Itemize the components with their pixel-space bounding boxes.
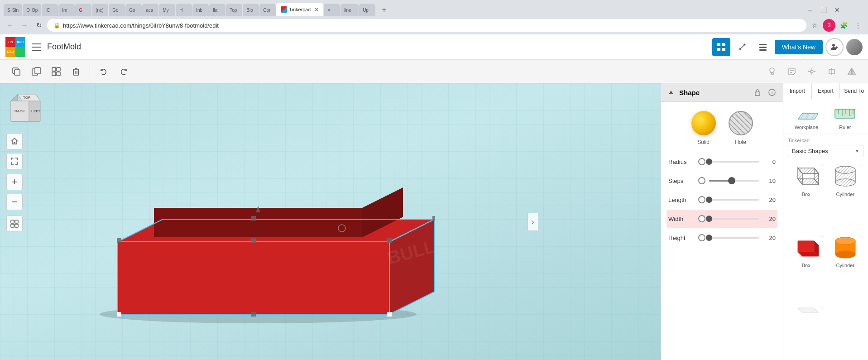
shape-item-cylinder-gray[interactable]: ☆ Cylinder [827, 163, 864, 231]
new-tab-button[interactable]: + [378, 4, 390, 16]
tab-close-tinkercad[interactable]: ✕ [314, 6, 319, 13]
duplicate-button[interactable] [27, 62, 45, 81]
reload-button[interactable]: ↻ [33, 19, 45, 32]
tab-my[interactable]: My [159, 4, 175, 16]
tab-lla[interactable]: lla [209, 4, 225, 16]
tab-im[interactable]: Im [58, 4, 75, 16]
width-circle-handle[interactable] [698, 215, 705, 222]
width-value: 20 [763, 216, 776, 222]
radius-slider-track[interactable] [709, 161, 759, 163]
group-button[interactable] [47, 62, 65, 81]
tab-op[interactable]: OOp [23, 4, 41, 16]
light-bulb-button[interactable] [763, 62, 781, 81]
delete-button[interactable] [67, 62, 85, 81]
tab-top[interactable]: Top [226, 4, 242, 16]
tab-sin[interactable]: SSin [4, 4, 22, 16]
shape-info-button[interactable]: i [767, 87, 777, 98]
menu-icon[interactable] [29, 40, 43, 54]
tab-h[interactable]: H [176, 4, 192, 16]
home-view-button[interactable] [6, 133, 23, 149]
tab-nc[interactable]: (nc) [92, 4, 108, 16]
length-label: Length [668, 197, 695, 203]
send-to-button[interactable]: Send To [840, 83, 868, 99]
tab-go1[interactable]: Go [109, 4, 125, 16]
viewport[interactable]: BACK LEFT TOP + − [0, 83, 661, 360]
steps-slider-track[interactable] [709, 180, 759, 182]
import-button[interactable]: Import [783, 83, 812, 99]
width-slider-track[interactable] [709, 218, 759, 220]
project-name[interactable]: FootMold [47, 42, 81, 52]
forward-button[interactable]: → [18, 19, 31, 32]
panel-collapse-button[interactable] [667, 88, 676, 97]
shapes-grid: ☆ [783, 159, 868, 360]
tab-up[interactable]: Up [359, 4, 375, 16]
undo-button[interactable] [95, 62, 113, 81]
tab-cor[interactable]: Cor [259, 4, 276, 16]
solid-type-button[interactable]: Solid [691, 111, 716, 145]
shape-star-cylinder-orange: ☆ [858, 234, 863, 240]
svg-rect-20 [57, 72, 60, 76]
tab-blo[interactable]: Blo [243, 4, 259, 16]
whats-new-button[interactable]: What's New [775, 40, 823, 54]
tab-x[interactable]: × [324, 4, 340, 16]
close-button[interactable]: ✕ [831, 4, 844, 16]
right-panel: Import Export Send To [783, 83, 868, 360]
shape-lock-button[interactable] [752, 87, 763, 98]
orientation-cube[interactable]: BACK LEFT TOP [6, 90, 43, 126]
tab-go2[interactable]: Go [125, 4, 142, 16]
tab-bar: SSin OOp IC Im G (nc) Go Go aca My H Inb… [0, 0, 868, 16]
shapes-dropdown[interactable]: Basic Shapes ▼ [788, 145, 863, 157]
more-button[interactable]: ⋮ [852, 19, 864, 32]
tool-view-button[interactable] [733, 38, 751, 56]
bookmark-button[interactable]: ☆ [808, 19, 821, 32]
notes-button[interactable] [783, 62, 801, 81]
grid-view-button[interactable] [712, 38, 730, 56]
svg-rect-19 [52, 72, 56, 76]
hole-type-button[interactable]: Hole [729, 111, 753, 145]
tab-tinkercad[interactable]: Tinkercad ✕ [276, 3, 323, 16]
maximize-button[interactable]: ⬜ [817, 4, 830, 16]
tab-inb[interactable]: Inb [192, 4, 209, 16]
shape-item-box-red[interactable]: ☆ Box [788, 234, 825, 302]
layers-button[interactable] [754, 38, 772, 56]
snap-button[interactable] [803, 62, 821, 81]
zoom-out-button[interactable]: − [6, 194, 23, 210]
tab-gmail[interactable]: G [75, 4, 91, 16]
shape-item-cylinder-orange[interactable]: ☆ Cylinder [827, 234, 864, 302]
profile-button[interactable]: 3 [823, 19, 835, 32]
height-circle-handle[interactable] [698, 234, 705, 241]
tab-aca[interactable]: aca [142, 4, 158, 16]
shapes-button[interactable] [6, 216, 23, 232]
mirror-button[interactable] [843, 62, 861, 81]
panel-toggle[interactable]: › [528, 213, 538, 231]
url-bar[interactable]: 🔒 https://www.tinkercad.com/things/0iIrb… [47, 19, 806, 32]
shape-item-extra[interactable]: ☆ [788, 304, 825, 356]
fit-all-button[interactable] [6, 153, 23, 169]
user-avatar[interactable] [846, 39, 863, 55]
redo-button[interactable] [115, 62, 133, 81]
add-person-button[interactable] [825, 38, 844, 56]
extensions-button[interactable]: 🧩 [837, 19, 850, 32]
shape-item-box-gray[interactable]: ☆ [788, 163, 825, 231]
radius-circle-handle[interactable] [698, 158, 705, 165]
back-button[interactable]: ← [4, 19, 16, 32]
export-button[interactable]: Export [812, 83, 840, 99]
minimize-button[interactable]: ─ [804, 4, 816, 16]
copy-to-workplane-button[interactable] [7, 62, 25, 81]
length-circle-handle[interactable] [698, 196, 705, 203]
length-slider-track[interactable] [709, 199, 759, 201]
align-button[interactable] [823, 62, 841, 81]
steps-circle-handle[interactable] [698, 177, 705, 184]
shapes-dropdown-label: Basic Shapes [792, 148, 828, 154]
workplane-ruler-section: Workplane Ruler [783, 99, 868, 134]
height-row: Height 20 [668, 229, 776, 247]
ruler-section[interactable]: Ruler [833, 105, 857, 130]
workplane-section[interactable]: Workplane [795, 105, 818, 130]
svg-marker-33 [848, 69, 851, 74]
zoom-in-button[interactable]: + [6, 174, 23, 190]
height-slider-track[interactable] [709, 237, 759, 239]
tab-ic[interactable]: IC [42, 4, 58, 16]
svg-point-102 [835, 179, 855, 186]
tab-line[interactable]: line [340, 4, 359, 16]
tinkercad-logo[interactable]: TIN KER CAD [5, 37, 25, 57]
